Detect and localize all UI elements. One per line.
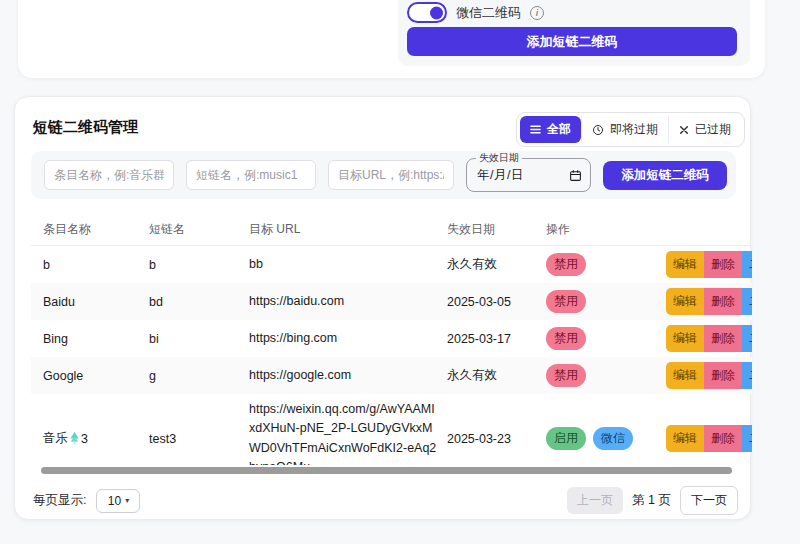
expiry-date-cell: 永久有效 — [447, 367, 546, 384]
column-header-0: 条目名称 — [43, 221, 149, 238]
status-cell: 禁用 — [546, 290, 666, 313]
delete-button[interactable]: 删除 — [704, 251, 742, 278]
tree-icon — [69, 432, 80, 445]
tab-expiring-label: 即将过期 — [610, 121, 658, 138]
calendar-icon[interactable] — [569, 169, 582, 182]
target-url-cell: https://google.com — [249, 360, 447, 391]
expiry-date-cell: 2025-03-17 — [447, 332, 546, 346]
shortlink-name-input[interactable] — [186, 160, 316, 190]
per-page-select[interactable]: 10 ▾ — [96, 489, 140, 513]
actions-cell: 编辑删除二维码 — [666, 425, 752, 452]
shortlink-name-cell: bi — [149, 332, 249, 346]
expiry-date-value: 年/月/日 — [477, 167, 524, 184]
actions-cell: 编辑删除二维码 — [666, 362, 752, 389]
delete-button[interactable]: 删除 — [704, 425, 742, 452]
shortlink-name-cell: bd — [149, 295, 249, 309]
column-header-4: 操作 — [546, 221, 666, 238]
table-wrap: 条目名称短链名目标 URL失效日期操作 bbbb永久有效禁用编辑删除二维码Bai… — [31, 213, 752, 465]
tab-expired[interactable]: 已过期 — [668, 116, 741, 143]
filter-tabs: 全部 即将过期 已过期 — [516, 112, 745, 147]
edit-button[interactable]: 编辑 — [666, 288, 704, 315]
target-url-cell: https://baidu.com — [249, 286, 447, 317]
table-row: 音乐3test3https://weixin.qq.com/g/AwYAAMIx… — [31, 394, 752, 465]
status-badge[interactable]: 禁用 — [546, 364, 586, 387]
info-icon[interactable]: i — [530, 6, 544, 20]
status-badge[interactable]: 禁用 — [546, 253, 586, 276]
shortlink-manager-card: 短链二维码管理 全部 即将过期 已过期 失效日期 年/月/日 添加短链二维码 — [14, 96, 751, 520]
x-icon — [679, 125, 689, 135]
actions-cell: 编辑删除二维码 — [666, 325, 752, 352]
add-shortlink-qrcode-button[interactable]: 添加短链二维码 — [407, 27, 737, 56]
wechat-qrcode-panel: 微信二维码 i 添加短链二维码 — [398, 0, 750, 66]
target-url-cell: https://weixin.qq.com/g/AwYAAMIxdXHuN-pN… — [249, 394, 447, 465]
table-header: 条目名称短链名目标 URL失效日期操作 — [31, 213, 752, 246]
entry-name-cell: Bing — [43, 332, 149, 346]
pagination: 上一页 第 1 页 下一页 — [567, 486, 738, 515]
expiry-date-label: 失效日期 — [476, 151, 522, 165]
qrcode-button[interactable]: 二维码 — [742, 288, 752, 315]
add-qrcode-card: 微信二维码 i 添加短链二维码 — [18, 0, 765, 78]
page-title: 短链二维码管理 — [33, 118, 138, 137]
entry-name-cell: Baidu — [43, 295, 149, 309]
qrcode-button[interactable]: 二维码 — [742, 362, 752, 389]
per-page-label: 每页显示: — [33, 492, 86, 509]
next-page-button[interactable]: 下一页 — [680, 486, 738, 515]
toggle-knob — [430, 6, 443, 19]
clock-icon — [592, 124, 604, 136]
shortlink-name-cell: b — [149, 258, 249, 272]
qrcode-button[interactable]: 二维码 — [742, 425, 752, 452]
shortlink-name-cell: g — [149, 369, 249, 383]
tab-expiring[interactable]: 即将过期 — [581, 116, 668, 143]
wechat-qrcode-label: 微信二维码 — [456, 4, 521, 22]
actions-cell: 编辑删除二维码 — [666, 288, 752, 315]
entry-name-cell: 音乐3 — [43, 430, 149, 447]
wechat-tag-badge: 微信 — [593, 427, 633, 450]
expiry-date-field[interactable]: 失效日期 年/月/日 — [466, 158, 591, 192]
delete-button[interactable]: 删除 — [704, 325, 742, 352]
filter-bar: 失效日期 年/月/日 添加短链二维码 — [31, 151, 736, 199]
entry-name-cell: b — [43, 258, 149, 272]
table-body: bbbb永久有效禁用编辑删除二维码Baidubdhttps://baidu.co… — [31, 246, 752, 465]
status-badge[interactable]: 禁用 — [546, 327, 586, 350]
tab-expired-label: 已过期 — [695, 121, 731, 138]
status-cell: 禁用 — [546, 327, 666, 350]
status-badge[interactable]: 禁用 — [546, 290, 586, 313]
edit-button[interactable]: 编辑 — [666, 362, 704, 389]
edit-button[interactable]: 编辑 — [666, 251, 704, 278]
expiry-date-cell: 永久有效 — [447, 256, 546, 273]
qrcode-button[interactable]: 二维码 — [742, 325, 752, 352]
add-shortlink-qrcode-filter-button[interactable]: 添加短链二维码 — [603, 161, 727, 190]
table-row: bbbb永久有效禁用编辑删除二维码 — [31, 246, 752, 283]
target-url-cell: https://bing.com — [249, 323, 447, 354]
shortlink-table: 条目名称短链名目标 URL失效日期操作 bbbb永久有效禁用编辑删除二维码Bai… — [31, 213, 752, 465]
target-url-cell: bb — [249, 249, 447, 280]
shortlink-name-cell: test3 — [149, 432, 249, 446]
expiry-date-cell: 2025-03-23 — [447, 432, 546, 446]
column-header-3: 失效日期 — [447, 221, 546, 238]
status-badge[interactable]: 启用 — [546, 427, 586, 450]
entry-name-cell: Google — [43, 369, 149, 383]
delete-button[interactable]: 删除 — [704, 362, 742, 389]
status-cell: 禁用 — [546, 253, 666, 276]
per-page-value: 10 — [108, 494, 121, 508]
entry-name-input[interactable] — [44, 160, 174, 190]
status-cell: 启用微信 — [546, 427, 666, 450]
tab-all-label: 全部 — [547, 121, 571, 138]
table-row: Baidubdhttps://baidu.com2025-03-05禁用编辑删除… — [31, 283, 752, 320]
column-header-1: 短链名 — [149, 221, 249, 238]
target-url-input[interactable] — [328, 160, 454, 190]
table-footer: 每页显示: 10 ▾ 上一页 第 1 页 下一页 — [33, 486, 738, 515]
horizontal-scrollbar[interactable] — [41, 467, 732, 474]
column-header-2: 目标 URL — [249, 221, 447, 238]
delete-button[interactable]: 删除 — [704, 288, 742, 315]
edit-button[interactable]: 编辑 — [666, 425, 704, 452]
table-row: Bingbihttps://bing.com2025-03-17禁用编辑删除二维… — [31, 320, 752, 357]
edit-button[interactable]: 编辑 — [666, 325, 704, 352]
expiry-date-cell: 2025-03-05 — [447, 295, 546, 309]
qrcode-button[interactable]: 二维码 — [742, 251, 752, 278]
wechat-qrcode-toggle[interactable] — [407, 2, 447, 23]
list-icon — [530, 124, 541, 135]
prev-page-button[interactable]: 上一页 — [567, 487, 623, 514]
table-row: Googleghttps://google.com永久有效禁用编辑删除二维码 — [31, 357, 752, 394]
tab-all[interactable]: 全部 — [520, 116, 581, 143]
